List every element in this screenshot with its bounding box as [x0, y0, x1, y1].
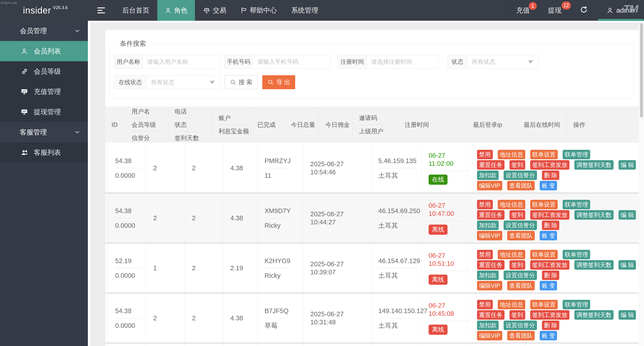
- status-select[interactable]: 所有状态: [467, 55, 538, 68]
- scrollbar-thumb[interactable]: [640, 23, 643, 118]
- action-button[interactable]: 删 除: [542, 170, 559, 180]
- tab-help-center[interactable]: 帮助中心: [234, 0, 283, 21]
- action-button[interactable]: 禁用: [477, 300, 493, 309]
- action-button[interactable]: 联单设置: [530, 200, 558, 209]
- action-button[interactable]: 加扣款: [477, 170, 499, 180]
- withdraw-button[interactable]: 提现 12: [539, 0, 570, 21]
- action-button[interactable]: 签到: [510, 310, 525, 320]
- export-button[interactable]: 导 出: [262, 75, 295, 89]
- action-button[interactable]: 禁用: [477, 200, 493, 209]
- action-button[interactable]: 调整签到天数: [574, 210, 614, 220]
- action-button[interactable]: 重置任务: [477, 160, 504, 170]
- action-button[interactable]: 加扣款: [477, 270, 499, 280]
- action-button[interactable]: 编辑VIP: [477, 181, 502, 190]
- action-button[interactable]: 禁用: [477, 250, 493, 259]
- action-button[interactable]: 调整签到天数: [574, 160, 614, 170]
- action-button[interactable]: 签到: [510, 260, 525, 270]
- action-button[interactable]: 加扣款: [477, 320, 499, 330]
- sidebar-group-member-management[interactable]: 会员管理: [0, 21, 88, 41]
- action-button[interactable]: 联单管理: [563, 300, 590, 309]
- sidebar-group-service-management[interactable]: 客服管理: [0, 122, 88, 142]
- action-button[interactable]: 设置信誉分: [504, 220, 537, 230]
- sidebar-item-member-list[interactable]: 会员列表: [0, 41, 88, 61]
- action-button[interactable]: 地址信息: [498, 250, 525, 259]
- action-button[interactable]: 编 辑: [618, 260, 636, 270]
- status-select-group: 状态 所有状态: [448, 55, 538, 69]
- action-button[interactable]: 账 变: [540, 181, 557, 190]
- action-button[interactable]: 联单管理: [563, 200, 590, 209]
- action-button[interactable]: 编辑VIP: [477, 231, 502, 240]
- action-button[interactable]: 地址信息: [498, 300, 525, 309]
- tab-roles[interactable]: 角色: [157, 0, 195, 21]
- action-button[interactable]: 签到工资发放: [530, 310, 570, 320]
- action-button[interactable]: 删 除: [542, 270, 559, 280]
- refresh-button[interactable]: [570, 0, 597, 21]
- phone-input[interactable]: [253, 55, 330, 68]
- online-status-select[interactable]: 所有状态: [146, 76, 220, 89]
- recharge-button[interactable]: 充值 1: [507, 0, 539, 21]
- action-button[interactable]: 联单设置: [530, 250, 558, 259]
- export-icon: [267, 79, 274, 86]
- action-button[interactable]: 调整签到天数: [574, 310, 614, 320]
- board-icon: [21, 108, 28, 116]
- page-scrollbar[interactable]: [639, 21, 644, 346]
- tab-system[interactable]: 系统管理: [283, 0, 327, 21]
- action-button[interactable]: 签到工资发放: [530, 210, 570, 220]
- action-button[interactable]: 查看团队: [507, 331, 535, 340]
- action-button[interactable]: 编 辑: [618, 310, 636, 320]
- action-button[interactable]: 重置任务: [477, 260, 504, 270]
- action-button[interactable]: 账 变: [540, 281, 557, 290]
- username-input[interactable]: [143, 55, 220, 68]
- sign-days: 2: [192, 164, 223, 172]
- action-button[interactable]: 删 除: [542, 220, 559, 230]
- action-button[interactable]: 查看团队: [507, 231, 535, 240]
- action-button[interactable]: 联单管理: [563, 250, 590, 259]
- action-button[interactable]: 联单设置: [530, 150, 558, 159]
- sidebar-item-withdraw-management[interactable]: 提现管理: [0, 102, 88, 122]
- col-today-commission: 今日佣金: [319, 107, 353, 142]
- sidebar-item-service-list[interactable]: 客服列表: [0, 142, 88, 163]
- action-button[interactable]: 签到工资发放: [530, 160, 570, 170]
- action-button[interactable]: 编辑VIP: [477, 331, 502, 340]
- action-button[interactable]: 禁用: [477, 150, 493, 159]
- register-time-input[interactable]: [366, 55, 438, 68]
- action-button[interactable]: 设置信誉分: [504, 320, 537, 330]
- sidebar-item-recharge-management[interactable]: 充值管理: [0, 82, 88, 102]
- today-commission: 4.38: [230, 214, 257, 222]
- action-button[interactable]: 签到工资发放: [530, 260, 570, 270]
- action-button[interactable]: 联单设置: [530, 300, 558, 309]
- search-button[interactable]: 搜 索: [224, 75, 258, 89]
- sidebar-item-member-level[interactable]: 会员等级: [0, 61, 88, 82]
- app-logo: insider V25.3.6: [23, 0, 68, 21]
- search-panel: 条件搜索 用户名称 手机号码 注册时间 状态 所有状态 在: [110, 43, 633, 98]
- table-row-partial: [105, 344, 639, 346]
- watermark-text: 678ym.net: [1, 1, 17, 5]
- action-button[interactable]: 设置信誉分: [504, 270, 537, 280]
- action-button[interactable]: 签到: [510, 160, 525, 170]
- action-button[interactable]: 重置任务: [477, 210, 504, 220]
- username-field-group: 用户名称: [114, 55, 220, 69]
- action-button[interactable]: 删 除: [542, 320, 559, 330]
- action-button[interactable]: 查看团队: [507, 181, 535, 190]
- col-account: 账户 利息宝金额: [212, 107, 251, 142]
- action-button[interactable]: 联单管理: [563, 150, 590, 159]
- action-button[interactable]: 查看团队: [507, 281, 535, 290]
- action-button[interactable]: 设置信誉分: [504, 170, 537, 180]
- tab-dashboard[interactable]: 后台首页: [114, 0, 157, 21]
- action-button[interactable]: 账 变: [540, 331, 557, 340]
- menu-collapse-button[interactable]: [88, 0, 114, 21]
- action-button[interactable]: 重置任务: [477, 310, 504, 320]
- action-button[interactable]: 地址信息: [498, 200, 525, 209]
- action-button[interactable]: 编 辑: [618, 210, 636, 220]
- action-button[interactable]: 编辑VIP: [477, 281, 502, 290]
- action-button[interactable]: 签到: [510, 210, 525, 220]
- watermark-tm: TM: [623, 3, 638, 15]
- action-button[interactable]: 加扣款: [477, 220, 499, 230]
- topbar: 678ym.net insider V25.3.6 后台首页 角色: [0, 0, 644, 21]
- action-button[interactable]: 编 辑: [618, 160, 636, 170]
- action-button[interactable]: 账 变: [540, 231, 557, 240]
- tab-trade[interactable]: 交易: [195, 0, 234, 21]
- action-button[interactable]: 地址信息: [498, 150, 525, 159]
- action-button[interactable]: 调整签到天数: [574, 260, 614, 270]
- member-level: 1: [153, 264, 184, 272]
